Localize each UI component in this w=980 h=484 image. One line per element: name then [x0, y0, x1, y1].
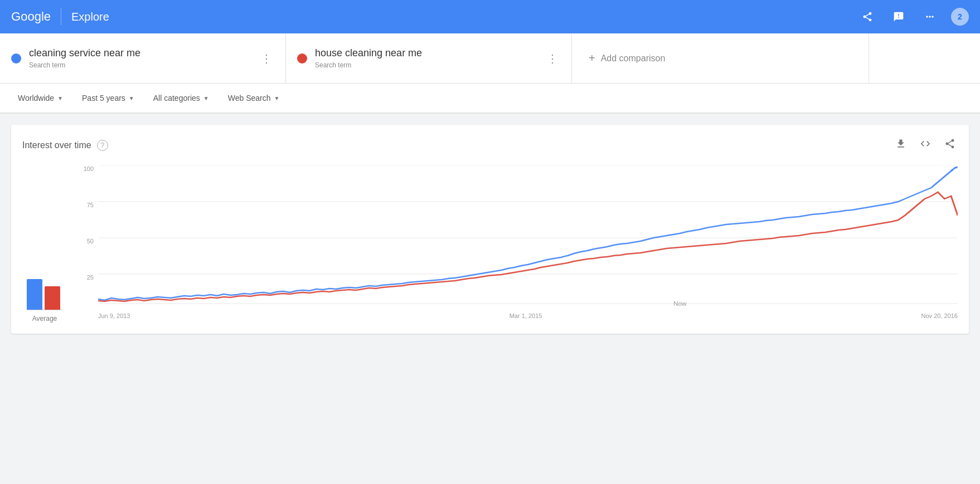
region-filter[interactable]: Worldwide ▼ [11, 89, 70, 107]
explore-label: Explore [71, 11, 109, 23]
share-icon[interactable] [857, 7, 877, 27]
now-label: Now [673, 301, 687, 307]
header-icons: 2 [857, 7, 969, 27]
share-chart-icon[interactable] [942, 136, 958, 154]
main-content: Interest over time ? [0, 114, 980, 345]
svg-container: Now [98, 165, 958, 310]
region-chevron: ▼ [57, 95, 63, 101]
x-label-3: Nov 20, 2016 [921, 312, 958, 319]
plus-icon: + [589, 52, 595, 65]
x-label-2: Mar 1, 2015 [510, 312, 542, 319]
period-label: Past 5 years [82, 94, 125, 102]
chart-body: Average 100 75 50 25 [22, 165, 958, 322]
category-filter[interactable]: All categories ▼ [147, 89, 216, 107]
apps-icon[interactable] [920, 7, 940, 27]
right-spacer [869, 33, 980, 83]
chart-card: Interest over time ? [11, 125, 969, 334]
y-label-75: 75 [76, 202, 98, 208]
chart-with-yaxis: 100 75 50 25 [76, 165, 958, 310]
period-filter[interactable]: Past 5 years ▼ [75, 89, 141, 107]
blue-trend-line [98, 167, 958, 300]
search-type-filter[interactable]: Web Search ▼ [221, 89, 287, 107]
embed-icon[interactable] [918, 136, 933, 154]
google-text: Google [11, 9, 51, 24]
search-type-chevron: ▼ [274, 95, 279, 101]
term-2-info: house cleaning near me Search term [315, 47, 537, 69]
filters-bar: Worldwide ▼ Past 5 years ▼ All categorie… [0, 84, 980, 114]
add-comparison-button[interactable]: + Add comparison [572, 33, 869, 83]
avg-bar-2 [45, 286, 60, 310]
term-2-menu[interactable]: ⋮ [545, 50, 560, 67]
term-1-menu[interactable]: ⋮ [259, 50, 274, 67]
term-1-info: cleaning service near me Search term [29, 47, 251, 69]
term-1-type: Search term [29, 61, 251, 69]
help-icon[interactable]: ? [97, 140, 108, 151]
header-logo: Google Explore [11, 8, 109, 25]
chart-main: 100 75 50 25 [76, 165, 958, 319]
term-1-name: cleaning service near me [29, 47, 251, 59]
search-term-2: house cleaning near me Search term ⋮ [286, 33, 572, 83]
red-trend-line [98, 192, 958, 301]
y-label-25: 25 [76, 274, 98, 281]
average-bars [27, 276, 62, 310]
category-chevron: ▼ [203, 95, 209, 101]
app-header: Google Explore 2 [0, 0, 980, 33]
feedback-icon[interactable] [889, 7, 909, 27]
avg-bar-1 [27, 279, 42, 310]
y-axis: 100 75 50 25 [76, 165, 98, 310]
y-label-100: 100 [76, 165, 98, 172]
chart-title-group: Interest over time ? [22, 140, 108, 151]
trend-svg: Now [98, 165, 958, 310]
region-label: Worldwide [18, 94, 54, 102]
search-type-label: Web Search [228, 94, 271, 102]
download-icon[interactable] [893, 136, 909, 154]
search-bar: cleaning service near me Search term ⋮ h… [0, 33, 980, 84]
chart-actions [893, 136, 958, 154]
user-avatar[interactable]: 2 [951, 8, 969, 26]
period-chevron: ▼ [129, 95, 134, 101]
x-label-1: Jun 9, 2013 [98, 312, 130, 319]
x-axis: Jun 9, 2013 Mar 1, 2015 Nov 20, 2016 [98, 312, 958, 319]
avg-label: Average [32, 315, 57, 322]
chart-left: Average [22, 165, 67, 322]
chart-title: Interest over time [22, 140, 91, 150]
chart-header: Interest over time ? [22, 136, 958, 154]
term-2-type: Search term [315, 61, 537, 69]
category-label: All categories [153, 94, 200, 102]
term-2-dot [297, 53, 307, 63]
header-divider [61, 8, 61, 25]
term-1-dot [11, 53, 21, 63]
term-2-name: house cleaning near me [315, 47, 537, 59]
avg-bar-baseline [27, 310, 62, 310]
search-term-1: cleaning service near me Search term ⋮ [0, 33, 286, 83]
add-comparison-label: Add comparison [601, 53, 666, 63]
y-label-50: 50 [76, 238, 98, 245]
